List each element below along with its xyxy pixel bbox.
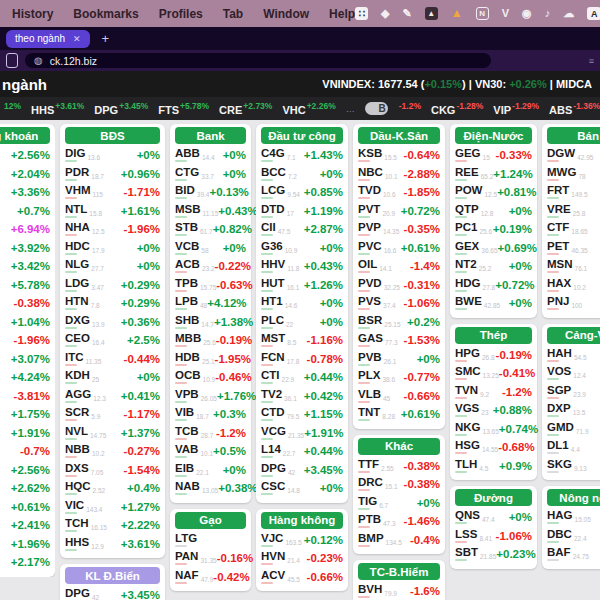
ticker-row[interactable]: -1.96% [0, 331, 50, 350]
ticker-row[interactable]: FRT149.5+1 [547, 183, 600, 202]
ticker-row[interactable]: -0.38% [0, 294, 50, 313]
ticker-row[interactable]: PVP14.35-0.35% [358, 220, 440, 239]
ticker-row[interactable]: KDH25+0% [65, 368, 160, 387]
ticker-row[interactable]: HPG26.8-0.19% [455, 346, 532, 365]
sector-header[interactable]: Bán lẻ [547, 127, 600, 144]
sector-header[interactable]: BĐS [65, 127, 160, 144]
mute-icon[interactable]: ♪ [545, 8, 551, 19]
ticker-row[interactable]: SHB14.7+1.38% [175, 313, 246, 332]
ticker-row[interactable]: TNT8.28+0.61% [358, 405, 440, 424]
ticker-row[interactable]: GEG15-0.33% [455, 146, 532, 165]
ticker-row[interactable]: TV236.1+0.42% [261, 387, 343, 406]
sector-header[interactable]: Dầu-K.Sản [358, 127, 440, 144]
url-bar[interactable]: ◍ ck.12h.biz [25, 53, 491, 68]
sector-header[interactable]: Đầu tư công [261, 127, 343, 144]
ticker-row[interactable]: OCB10.9-0.46% [175, 368, 246, 387]
warning-triangle-icon[interactable]: ▲ [451, 8, 463, 19]
ticker-row[interactable]: ACV45.5-0.66% [261, 568, 343, 587]
ticker-row[interactable]: NBC10.1-2.88% [358, 165, 440, 184]
ticker-row[interactable]: TPB15.75-0.63% [175, 276, 246, 295]
ticker-row[interactable]: +3.42% [0, 257, 50, 276]
ticker-row[interactable]: PC125.6+0.19% [455, 220, 532, 239]
ticker-row[interactable]: HHS12.9+3.61% [65, 535, 160, 554]
ticker-row[interactable]: HSG14.55-0.68% [455, 438, 532, 457]
ticker-row[interactable]: REE65.2+1.24% [455, 165, 532, 184]
ticker-row[interactable]: +2.41% [0, 516, 50, 535]
ticker-row[interactable]: GAS77.3-1.53% [358, 331, 440, 350]
ticker-row[interactable]: TTF2.55-0.38% [358, 457, 440, 476]
ticker-row[interactable]: PTB47.3-1.46% [358, 512, 440, 531]
ticker-row[interactable]: BAF24.75 [547, 545, 600, 564]
menu-item-profiles[interactable]: Profiles [159, 7, 203, 21]
ticker-strip-item[interactable]: CKG-1.28% [431, 101, 483, 116]
ticker-row[interactable]: LTG [175, 531, 246, 550]
ticker-row[interactable]: HAH54.5-2 [547, 346, 600, 365]
ticker-row[interactable]: PET46.35-3 [547, 239, 600, 258]
ticker-row[interactable]: MST8.5-1.16% [261, 331, 343, 350]
new-tab-button[interactable]: + [102, 31, 110, 46]
ticker-row[interactable]: TCB28.7-1.2% [175, 424, 246, 443]
ticker-row[interactable]: +2.04% [0, 165, 50, 184]
ticker-row[interactable]: MSB11.15+0.43% [175, 202, 246, 221]
sector-header[interactable]: Đường [455, 489, 532, 506]
notes-icon[interactable]: N [476, 7, 489, 20]
sidebar-toggle-icon[interactable] [6, 53, 18, 68]
ticker-row[interactable]: TCH16.15+2.22% [65, 516, 160, 535]
ticker-row[interactable]: VGS23+0.88% [455, 401, 532, 420]
ticker-row[interactable]: HDB25.1-1.95% [175, 350, 246, 369]
ticker-strip-item[interactable]: ABS-1.36% [549, 101, 600, 116]
ticker-row[interactable]: +2.62% [0, 479, 50, 498]
sector-header[interactable]: Hàng không [261, 512, 343, 529]
ticker-row[interactable]: +1.91% [0, 424, 50, 443]
ticker-row[interactable]: NBB10.2-0.27% [65, 442, 160, 461]
ticker-row[interactable]: CTD79.5+1.15% [261, 405, 343, 424]
ticker-row[interactable]: VPB26.05+1.76% [175, 387, 246, 406]
ticker-strip-item[interactable]: FTS+5.78% [158, 101, 209, 116]
ticker-row[interactable]: PNJ100- [547, 294, 600, 313]
ticker-row[interactable]: +1.04% [0, 313, 50, 332]
record-icon[interactable]: ◉ [522, 8, 532, 19]
ticker-row[interactable]: ITC11.35-0.44% [65, 350, 160, 369]
ticker-row[interactable]: CTF18.65+0 [547, 220, 600, 239]
sector-header[interactable]: TC-B.Hiểm [358, 563, 440, 580]
menu-item-tab[interactable]: Tab [223, 7, 243, 21]
ticker-row[interactable]: HDC17.9+0% [65, 239, 160, 258]
ticker-row[interactable]: TVD10.6-1.85% [358, 183, 440, 202]
ticker-row[interactable]: DBC22.4+0 [547, 527, 600, 546]
sector-header[interactable]: Bank [175, 127, 246, 144]
ticker-row[interactable]: -3.81% [0, 387, 50, 406]
ticker-row[interactable]: DXS7.05-1.54% [65, 461, 160, 480]
input-source-badge[interactable]: AABC [587, 7, 600, 20]
ticker-row[interactable]: VCB58+0% [175, 239, 246, 258]
menu-item-bookmarks[interactable]: Bookmarks [73, 7, 138, 21]
ticker-row[interactable]: PLC22+0% [261, 313, 343, 332]
menu-item-window[interactable]: Window [263, 7, 309, 21]
ticker-row[interactable]: SBT21.85+0.23% [455, 545, 532, 564]
tab-close-icon[interactable]: ✕ [73, 34, 81, 44]
ticker-row[interactable]: DPG42+3.45% [261, 461, 343, 480]
ticker-row[interactable]: PVD32.25-0.31% [358, 276, 440, 295]
ticker-row[interactable]: VLB45-0.66% [358, 387, 440, 406]
ticker-row[interactable]: ACB23.2-0.22% [175, 257, 246, 276]
ticker-row[interactable]: +1.96% [0, 535, 50, 554]
ticker-row[interactable]: PDR18.7+0.96% [65, 165, 160, 184]
ticker-row[interactable]: DL14.4 [547, 438, 600, 457]
cloud-icon[interactable]: ☁ [563, 8, 574, 19]
ticker-row[interactable]: STB61.7+0.82% [175, 220, 246, 239]
sector-header[interactable]: Khác [358, 438, 440, 455]
ticker-row[interactable]: GMD71.9+0 [547, 420, 600, 439]
ticker-row[interactable]: +3.92% [0, 239, 50, 258]
ticker-strip-item[interactable]: HHS+3.61% [31, 101, 84, 116]
ticker-row[interactable]: KSB15.5-0.64% [358, 146, 440, 165]
ticker-row[interactable]: DXP13.5+0 [547, 401, 600, 420]
ticker-row[interactable]: DXG13.9+0.36% [65, 313, 160, 332]
ticker-row[interactable]: GEX36.65+0.69% [455, 239, 532, 258]
ticker-row[interactable]: VIC143.4+1.27% [65, 498, 160, 517]
ticker-row[interactable]: HHV11.8+0.43% [261, 257, 343, 276]
ticker-strip-item[interactable]: CRE+2.73% [219, 101, 272, 116]
ticker-row[interactable]: PVC16.6+0.61% [358, 239, 440, 258]
ticker-row[interactable]: +2.56% [0, 461, 50, 480]
ticker-row[interactable]: VAB10.1+0.5% [175, 442, 246, 461]
ticker-row[interactable]: POW12.5+0.81% [455, 183, 532, 202]
ticker-row[interactable]: BWE42.85+0% [455, 294, 532, 313]
